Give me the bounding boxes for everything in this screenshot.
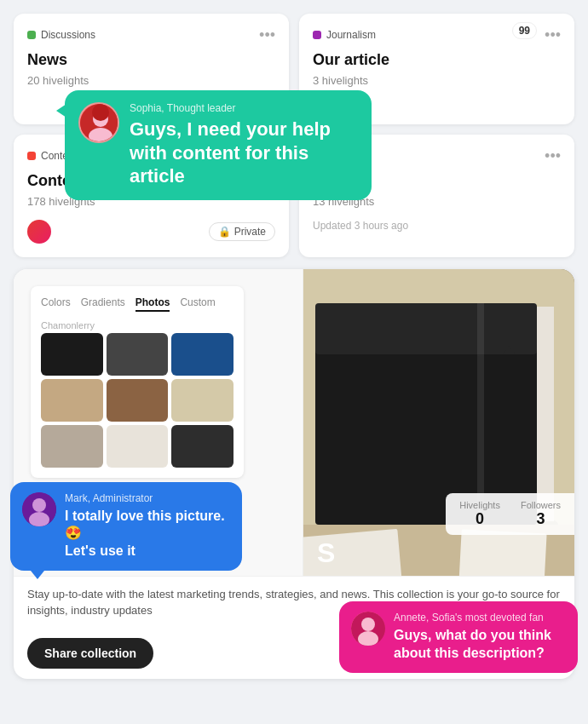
cp-thumb-2[interactable] (107, 333, 169, 376)
card-subtitle: 20 hivelights (27, 74, 275, 87)
sophia-bubble: Sophia, Thought leader Guys, I need your… (65, 90, 372, 200)
collection-big-title: S (317, 537, 561, 569)
notebook-visual: Hivelights 0 Followers 3 S (303, 269, 574, 576)
cp-thumb-3[interactable] (171, 333, 233, 376)
cp-tab-photos[interactable]: Photos (135, 296, 170, 312)
card-tag: Discussions (27, 29, 95, 41)
mark-message: I totally love this picture. 😍Let's use … (65, 508, 230, 560)
svg-point-19 (361, 618, 375, 631)
tag-dot (313, 31, 321, 39)
cp-tab-custom[interactable]: Custom (180, 296, 215, 312)
cp-thumb-9[interactable] (171, 425, 233, 468)
svg-rect-11 (315, 303, 537, 354)
card-tag: Journalism (313, 29, 376, 41)
collection-title-bar: S (303, 537, 574, 569)
cp-tabs: Colors Gradients Photos Custom (41, 296, 233, 312)
dots-menu[interactable]: ••• (545, 27, 561, 43)
stat-hivelights-value: 0 (459, 510, 500, 528)
stat-followers-label: Followers (521, 500, 561, 510)
cp-thumb-7[interactable] (41, 425, 103, 468)
cp-section-label: Chamonlerry (41, 320, 233, 330)
sophia-avatar (78, 102, 119, 143)
share-collection-button[interactable]: Share collection (27, 638, 153, 669)
stat-hivelights-label: Hivelights (459, 500, 500, 510)
sophia-name: Sophia, Thought leader (130, 102, 358, 114)
stat-followers: Followers 3 (521, 500, 561, 528)
tag-label: Discussions (41, 29, 95, 41)
cp-tab-colors[interactable]: Colors (41, 296, 71, 312)
card-title: News (27, 51, 275, 69)
tag-label: Journalism (326, 29, 376, 41)
stat-followers-value: 3 (521, 510, 561, 528)
annete-bubble-content: Annete, Sofia's most devoted fan Guys, w… (394, 612, 566, 663)
svg-point-16 (32, 498, 46, 512)
lock-icon: 🔒 (218, 226, 231, 238)
mark-bubble-content: Mark, Administrator I totally love this … (65, 492, 230, 560)
cp-thumb-4[interactable] (41, 379, 103, 422)
annete-avatar (351, 612, 385, 646)
dots-menu[interactable]: ••• (545, 148, 561, 164)
svg-point-3 (92, 104, 109, 121)
mark-bubble: Mark, Administrator I totally love this … (10, 482, 242, 571)
photo-panel-right: Hivelights 0 Followers 3 S (303, 269, 574, 576)
private-label: Private (234, 226, 266, 238)
card-title: Our article (313, 51, 561, 69)
annete-message: Guys, what do you think about this descr… (394, 627, 566, 663)
sophia-bubble-content: Sophia, Thought leader Guys, I need your… (130, 102, 358, 188)
dots-menu[interactable]: ••• (259, 27, 275, 43)
svg-rect-10 (537, 307, 554, 521)
color-picker-ui: Colors Gradients Photos Custom Chamonler… (31, 286, 244, 478)
cp-thumb-6[interactable] (171, 379, 233, 422)
cp-tab-gradients[interactable]: Gradients (81, 296, 125, 312)
card-subtitle: 3 hivelights (313, 74, 561, 87)
private-badge: 🔒 Private (209, 222, 275, 241)
sophia-message: Guys, I need your help with content for … (130, 118, 358, 188)
cp-thumb-5[interactable] (107, 379, 169, 422)
cp-thumb-1[interactable] (41, 333, 103, 376)
card-footer: 🔒 Private (27, 220, 275, 244)
mark-avatar (22, 492, 56, 526)
cp-thumb-8[interactable] (107, 425, 169, 468)
annete-name: Annete, Sofia's most devoted fan (394, 612, 566, 623)
tag-dot (27, 31, 36, 39)
cp-grid (41, 333, 233, 468)
annete-bubble: Annete, Sofia's most devoted fan Guys, w… (339, 601, 578, 673)
tag-dot (27, 152, 36, 160)
stat-hivelights: Hivelights 0 (459, 500, 500, 528)
mark-name: Mark, Administrator (65, 492, 230, 504)
avatar (27, 220, 51, 244)
updated-text: Updated 3 hours ago (313, 220, 561, 232)
num-badge: 99 (512, 22, 537, 39)
stats-bar: Hivelights 0 Followers 3 (446, 493, 574, 535)
card-header: Discussions ••• (27, 27, 275, 43)
